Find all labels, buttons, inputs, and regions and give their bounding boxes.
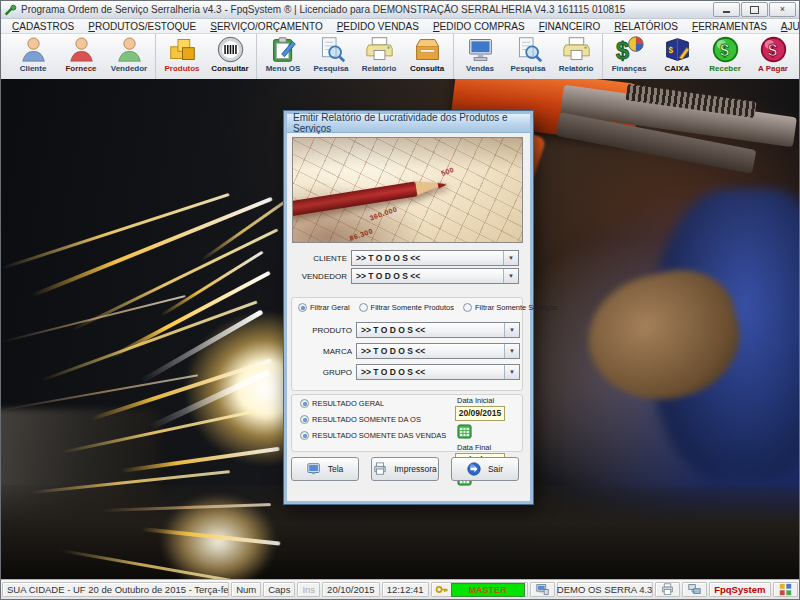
key-icon bbox=[434, 583, 449, 596]
grupo-select[interactable]: >> T O D O S << ▼ bbox=[356, 364, 520, 380]
radio-label: RESULTADO GERAL bbox=[312, 399, 384, 408]
menu-item-cadastros[interactable]: CADASTROS bbox=[5, 21, 81, 32]
master-badge: MASTER bbox=[451, 583, 525, 597]
exit-arrow-icon bbox=[467, 462, 481, 476]
dollar-red-icon: $ bbox=[759, 35, 788, 64]
svg-text:$: $ bbox=[720, 41, 729, 59]
printer-icon bbox=[660, 583, 675, 596]
dialog-title-bar[interactable]: Emitir Relatório de Lucratividade dos Pr… bbox=[287, 114, 530, 133]
chevron-down-icon[interactable]: ▼ bbox=[504, 344, 519, 358]
toolbar-label: Pesquisa bbox=[510, 64, 545, 73]
search-doc-icon bbox=[514, 35, 543, 64]
radio-icon[interactable] bbox=[298, 303, 307, 312]
maximize-icon bbox=[750, 6, 759, 14]
radio-icon[interactable] bbox=[300, 399, 309, 408]
printer-doc-icon bbox=[365, 35, 394, 64]
result-radio-resultado-geral[interactable]: RESULTADO GERAL bbox=[300, 399, 458, 408]
menu-item-produtos-estoque[interactable]: PRODUTOS/ESTOQUE bbox=[81, 21, 203, 32]
filter-radio-filtrar-geral[interactable]: Filtrar Geral bbox=[298, 303, 350, 312]
chevron-down-icon[interactable]: ▼ bbox=[503, 251, 518, 265]
toolbar-button-vendedor[interactable]: Vendedor bbox=[105, 34, 153, 80]
svg-text:$: $ bbox=[768, 41, 777, 59]
calendar-button-inicial[interactable] bbox=[457, 424, 472, 439]
toolbar-button-produtos[interactable]: Produtos bbox=[158, 34, 206, 80]
menu-item-financeiro[interactable]: FINANCEIRO bbox=[532, 21, 608, 32]
toolbar-button-consultar[interactable]: Consultar bbox=[206, 34, 254, 80]
ledger-icon: $ bbox=[663, 35, 692, 64]
toolbar-group: ClienteForneceVendedor bbox=[7, 34, 156, 80]
filter-radio-filtrar-somente-servicos[interactable]: Filtrar Somente Serviços bbox=[463, 303, 557, 312]
radio-icon[interactable] bbox=[359, 303, 368, 312]
chevron-down-icon[interactable]: ▼ bbox=[504, 323, 519, 337]
toolbar-button-fornece[interactable]: Fornece bbox=[57, 34, 105, 80]
person-red-icon bbox=[67, 35, 96, 64]
toolbar-button-financas[interactable]: $Finanças bbox=[605, 34, 653, 80]
minimize-button[interactable] bbox=[713, 2, 740, 17]
toolbar-group: ProdutosConsultar bbox=[156, 34, 257, 80]
computer-icon bbox=[535, 583, 550, 596]
data-inicial-field[interactable]: 20/09/2015 bbox=[455, 406, 505, 421]
sair-button[interactable]: Sair bbox=[451, 457, 519, 481]
status-app bbox=[773, 582, 798, 597]
impressora-button[interactable]: Impressora bbox=[371, 457, 439, 481]
menu-item-servico-orcamento[interactable]: SERVIÇO/ORÇAMENTO bbox=[203, 21, 329, 32]
toolbar-button-a-pagar[interactable]: $A Pagar bbox=[749, 34, 797, 80]
marca-select[interactable]: >> T O D O S << ▼ bbox=[356, 343, 520, 359]
maximize-button[interactable] bbox=[741, 2, 768, 17]
radio-icon[interactable] bbox=[300, 415, 309, 424]
toolbar-label: Menu OS bbox=[266, 64, 301, 73]
filter-groupbox: Filtrar GeralFiltrar Somente ProdutosFil… bbox=[291, 297, 523, 391]
person-blue-icon bbox=[19, 35, 48, 64]
toolbar-button-consulta[interactable]: Consulta bbox=[403, 34, 451, 80]
screen-icon bbox=[307, 462, 321, 476]
filter-radio-filtrar-somente-produtos[interactable]: Filtrar Somente Produtos bbox=[359, 303, 454, 312]
toolbar-button-cliente[interactable]: Cliente bbox=[9, 34, 57, 80]
tela-button[interactable]: Tela bbox=[291, 457, 359, 481]
toolbar-button-pesquisa[interactable]: Pesquisa bbox=[307, 34, 355, 80]
menu-item-relatorios[interactable]: RELATÓRIOS bbox=[607, 21, 685, 32]
result-radio-resultado-somente-das-vendas[interactable]: RESULTADO SOMENTE DAS VENDAS bbox=[300, 431, 458, 440]
application-window: Programa Ordem de Serviço Serralheria v4… bbox=[0, 0, 800, 600]
chevron-down-icon[interactable]: ▼ bbox=[503, 269, 518, 283]
monitor-icon bbox=[466, 35, 495, 64]
radio-icon[interactable] bbox=[463, 303, 472, 312]
clipboard-icon bbox=[269, 35, 298, 64]
minimize-icon bbox=[723, 11, 730, 13]
dialog-header-image: 500 360.000 86.300 bbox=[292, 137, 523, 243]
close-icon: × bbox=[780, 5, 785, 14]
radio-label: Filtrar Geral bbox=[310, 303, 350, 312]
status-location: SUA CIDADE - UF 20 de Outubro de 2015 - … bbox=[2, 582, 229, 597]
title-bar: Programa Ordem de Serviço Serralheria v4… bbox=[1, 1, 799, 19]
chevron-down-icon[interactable]: ▼ bbox=[504, 365, 519, 379]
menu-item-ferramentas[interactable]: FERRAMENTAS bbox=[685, 21, 774, 32]
status-network bbox=[682, 582, 707, 597]
toolbar-label: Pesquisa bbox=[313, 64, 348, 73]
toolbar-button-menu-os[interactable]: Menu OS bbox=[259, 34, 307, 80]
toolbar-label: Fornece bbox=[65, 64, 96, 73]
radio-icon[interactable] bbox=[300, 431, 309, 440]
toolbar-group: VendasPesquisaRelatório bbox=[454, 34, 603, 80]
menu-item-pedido-compras[interactable]: PEDIDO COMPRAS bbox=[426, 21, 532, 32]
result-radio-resultado-somente-da-os[interactable]: RESULTADO SOMENTE DA OS bbox=[300, 415, 458, 424]
cliente-select[interactable]: >> T O D O S << ▼ bbox=[351, 250, 519, 266]
vendedor-select[interactable]: >> T O D O S << ▼ bbox=[351, 268, 519, 284]
produto-select[interactable]: >> T O D O S << ▼ bbox=[356, 322, 520, 338]
close-button[interactable]: × bbox=[769, 2, 796, 17]
status-time: 12:12:41 bbox=[382, 582, 429, 597]
toolbar-button-vendas[interactable]: Vendas bbox=[456, 34, 504, 80]
menu-item-ajuda[interactable]: AJUDA bbox=[774, 21, 800, 32]
toolbar-button-receber[interactable]: $Receber bbox=[701, 34, 749, 80]
status-num: Num bbox=[231, 582, 261, 597]
produto-label: PRODUTO bbox=[292, 326, 352, 335]
toolbar-label: CAIXA bbox=[665, 64, 690, 73]
toolbar-label: Consulta bbox=[410, 64, 444, 73]
toolbar-button-relatorio[interactable]: Relatório bbox=[552, 34, 600, 80]
menu-item-pedido-vendas[interactable]: PEDIDO VENDAS bbox=[330, 21, 426, 32]
toolbar-button-caixa[interactable]: $CAIXA bbox=[653, 34, 701, 80]
toolbar-label: Consultar bbox=[211, 64, 248, 73]
toolbar-button-pesquisa[interactable]: Pesquisa bbox=[504, 34, 552, 80]
toolbar-button-relatorio[interactable]: Relatório bbox=[355, 34, 403, 80]
status-date: 20/10/2015 bbox=[322, 582, 380, 597]
cliente-label: CLIENTE bbox=[287, 254, 347, 263]
vendedor-label: VENDEDOR bbox=[287, 272, 347, 281]
